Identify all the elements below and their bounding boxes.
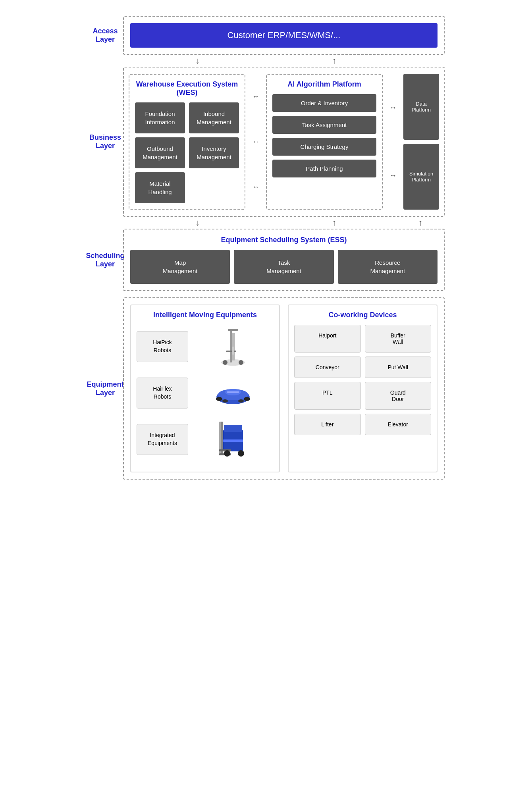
- wes-cell-inbound: InboundManagement: [189, 102, 239, 133]
- wes-cell-material: MaterialHandling: [135, 172, 185, 203]
- cowork-elevator: Elevator: [365, 414, 432, 435]
- ess-cell-task: TaskManagement: [234, 250, 333, 284]
- arrow-down-business: ↓: [196, 218, 200, 228]
- svg-rect-24: [223, 439, 243, 442]
- cowork-grid: Haiport BufferWall Conveyor Put Wall PTL…: [294, 325, 431, 435]
- cowork-guard-door: GuardDoor: [365, 382, 432, 410]
- arrow-up-business: ↑: [332, 218, 337, 228]
- h-arrow-3: ↔: [252, 183, 259, 191]
- svg-rect-2: [230, 329, 232, 362]
- h-arrow-4: ↔: [389, 104, 397, 112]
- haipick-image: [192, 325, 274, 368]
- cowork-put-wall: Put Wall: [365, 357, 432, 378]
- arrow-up-access: ↑: [332, 56, 337, 66]
- wes-grid: FoundationInformation InboundManagement …: [135, 102, 239, 203]
- right-platforms: DataPlatform SimulationPlatform: [403, 74, 439, 210]
- wes-box: Warehouse Execution System (WES) Foundat…: [129, 74, 245, 210]
- ai-cell-task: Task Assignment: [272, 116, 376, 134]
- arrow-down-access: ↓: [196, 56, 200, 66]
- business-inner: Warehouse Execution System (WES) Foundat…: [129, 74, 439, 210]
- equipment-layer-box: Intelligent Moving Equipments HaiPickRob…: [123, 297, 445, 480]
- ai-cell-path: Path Planning: [272, 160, 376, 177]
- svg-rect-4: [228, 329, 238, 331]
- access-layer-row: Access Layer Customer ERP/MES/WMS/...: [87, 16, 445, 55]
- equipment-layer-label: Equipment Layer: [87, 297, 123, 480]
- diagram-container: Access Layer Customer ERP/MES/WMS/... ↓ …: [87, 16, 445, 480]
- wes-title: Warehouse Execution System (WES): [135, 80, 239, 97]
- equipment-layer-row: Equipment Layer Intelligent Moving Equip…: [87, 297, 445, 480]
- svg-rect-23: [224, 425, 242, 432]
- scheduling-layer-label: Scheduling Layer: [87, 229, 123, 291]
- ess-cell-resource: ResourceManagement: [338, 250, 438, 284]
- intelligent-title: Intelligent Moving Equipments: [137, 311, 274, 319]
- ai-title: AI Algorithm Platform: [272, 80, 376, 89]
- ess-title: Equipment Scheduling System (ESS): [130, 236, 438, 244]
- simulation-platform: SimulationPlatform: [403, 144, 439, 210]
- scheduling-layer-box: Equipment Scheduling System (ESS) MapMan…: [123, 229, 445, 291]
- cowork-buffer-wall: BufferWall: [365, 325, 432, 353]
- integrated-label: IntegratedEquipments: [137, 424, 188, 455]
- haiflex-image: [192, 373, 274, 413]
- svg-rect-3: [226, 351, 236, 352]
- haipick-row: HaiPickRobots: [137, 325, 274, 368]
- data-platform: DataPlatform: [403, 74, 439, 140]
- haiflex-row: HaiFlexRobots: [137, 373, 274, 413]
- cowork-lifter: Lifter: [294, 414, 361, 435]
- svg-rect-18: [221, 422, 223, 453]
- ai-grid: Order & Inventory Task Assignment Chargi…: [272, 94, 376, 177]
- ai-cell-order: Order & Inventory: [272, 94, 376, 112]
- svg-point-11: [216, 397, 222, 401]
- equip-inner: Intelligent Moving Equipments HaiPickRob…: [130, 304, 438, 472]
- business-layer-box: Warehouse Execution System (WES) Foundat…: [123, 67, 445, 217]
- access-layer-box: Customer ERP/MES/WMS/...: [123, 16, 445, 55]
- wes-cell-outbound: OutboundManagement: [135, 137, 185, 168]
- svg-point-12: [244, 397, 250, 401]
- haipick-robot-svg: [211, 325, 255, 368]
- ess-cell-map: MapManagement: [130, 250, 230, 284]
- cowork-haiport: Haiport: [294, 325, 361, 353]
- h-arrow-1: ↔: [252, 93, 259, 101]
- svg-point-5: [223, 360, 227, 365]
- intelligent-equip-box: Intelligent Moving Equipments HaiPickRob…: [130, 304, 280, 472]
- svg-point-14: [238, 399, 244, 403]
- cowork-ptl: PTL: [294, 382, 361, 410]
- svg-point-21: [224, 450, 230, 457]
- cowork-conveyor: Conveyor: [294, 357, 361, 378]
- haiflex-robot-svg: [211, 377, 255, 409]
- svg-point-6: [239, 360, 243, 365]
- arrow-up-right: ↑: [418, 218, 423, 228]
- ai-cell-charging: Charging Strategy: [272, 138, 376, 156]
- scheduling-layer-row: Scheduling Layer Equipment Scheduling Sy…: [87, 229, 445, 291]
- coworking-box: Co-working Devices Haiport BufferWall Co…: [288, 304, 438, 472]
- wes-cell-inventory: InventoryManagement: [189, 137, 239, 168]
- business-layer-row: Business Layer Warehouse Execution Syste…: [87, 67, 445, 217]
- svg-point-13: [222, 399, 228, 403]
- integrated-robot-svg: [215, 418, 251, 461]
- integrated-image: [192, 418, 274, 461]
- access-layer-label: Access Layer: [87, 16, 123, 55]
- svg-rect-15: [227, 391, 239, 393]
- business-layer-label: Business Layer: [87, 67, 123, 217]
- haipick-label: HaiPickRobots: [137, 331, 188, 362]
- svg-point-22: [238, 450, 244, 457]
- haiflex-label: HaiFlexRobots: [137, 378, 188, 408]
- ess-grid: MapManagement TaskManagement ResourceMan…: [130, 250, 438, 284]
- h-arrow-5: ↔: [389, 172, 397, 180]
- svg-rect-7: [232, 347, 234, 355]
- integrated-row: IntegratedEquipments: [137, 418, 274, 461]
- ai-box: AI Algorithm Platform Order & Inventory …: [266, 74, 383, 210]
- h-arrow-2: ↔: [252, 138, 259, 146]
- erp-banner: Customer ERP/MES/WMS/...: [130, 23, 438, 48]
- wes-cell-foundation: FoundationInformation: [135, 102, 185, 133]
- coworking-title: Co-working Devices: [294, 311, 431, 319]
